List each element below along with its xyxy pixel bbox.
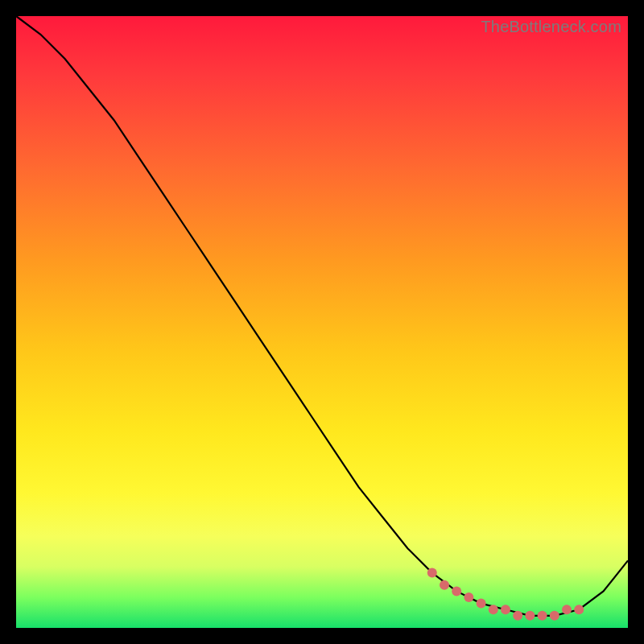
marker-dot	[452, 586, 461, 596]
marker-dot	[574, 605, 584, 614]
plot-area: TheBottleneck.com	[16, 16, 628, 628]
bottleneck-curve	[16, 16, 628, 616]
marker-dot	[464, 592, 473, 602]
marker-dot	[489, 605, 498, 614]
marker-dot	[513, 611, 522, 621]
marker-dot	[440, 580, 449, 590]
chart-frame: TheBottleneck.com	[0, 0, 644, 644]
markers-group	[427, 568, 584, 621]
marker-dot	[525, 611, 535, 621]
marker-dot	[501, 605, 510, 614]
marker-dot	[538, 611, 547, 621]
marker-dot	[562, 605, 572, 614]
marker-dot	[550, 611, 559, 621]
marker-dot	[477, 599, 486, 609]
marker-dot	[427, 568, 437, 578]
chart-svg	[16, 16, 628, 628]
